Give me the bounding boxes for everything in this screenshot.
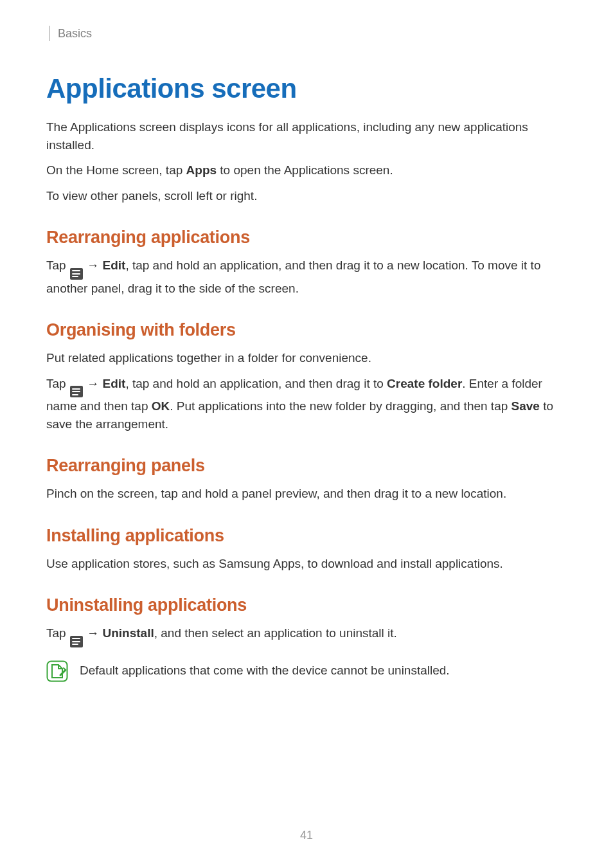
page-title: Applications screen [46,73,567,104]
note-text: Default applications that come with the … [80,659,450,680]
organising-folders-intro: Put related applications together in a f… [46,349,567,367]
save-label: Save [511,399,540,413]
section-heading-organising-folders: Organising with folders [46,320,567,340]
text-fragment: On the Home screen, tap [46,163,186,177]
rearranging-panels-body: Pinch on the screen, tap and hold a pane… [46,485,567,503]
section-heading-uninstalling: Uninstalling applications [46,595,567,615]
arrow-icon: → [84,258,103,272]
section-heading-rearranging-apps: Rearranging applications [46,228,567,248]
edit-label: Edit [102,377,125,390]
document-page: Basics Applications screen The Applicati… [0,0,613,708]
breadcrumb: Basics [44,26,567,41]
arrow-icon: → [84,626,103,640]
breadcrumb-divider [49,26,50,41]
breadcrumb-text: Basics [58,27,92,41]
apps-label: Apps [186,163,217,177]
text-fragment: . Put applications into the new folder b… [170,399,511,413]
note-icon [46,660,68,682]
text-fragment: Tap [46,258,69,272]
intro-paragraph-3: To view other panels, scroll left or rig… [46,187,567,205]
rearranging-apps-body: Tap → Edit, tap and hold an application,… [46,257,567,297]
sections: Rearranging applications Tap → Edit, tap… [46,228,567,682]
text-fragment: to open the Applications screen. [217,163,393,177]
page-number: 41 [0,829,613,842]
ok-label: OK [152,399,170,413]
section-heading-installing: Installing applications [46,526,567,546]
uninstalling-body: Tap → Uninstall, and then select an appl… [46,624,567,647]
menu-icon [70,636,83,647]
uninstall-label: Uninstall [102,626,154,640]
section-heading-rearranging-panels: Rearranging panels [46,456,567,476]
intro-block: The Applications screen displays icons f… [46,118,567,204]
note-block: Default applications that come with the … [46,659,567,682]
text-fragment: , and then select an application to unin… [154,626,397,640]
intro-paragraph-2: On the Home screen, tap Apps to open the… [46,161,567,179]
edit-label: Edit [102,258,125,272]
text-fragment: Tap [46,626,69,640]
organising-folders-body: Tap → Edit, tap and hold an application,… [46,375,567,433]
create-folder-label: Create folder [387,377,462,390]
text-fragment: Tap [46,377,69,390]
menu-icon [70,268,83,280]
installing-body: Use application stores, such as Samsung … [46,555,567,573]
text-fragment: , tap and hold an application, and then … [125,377,387,390]
arrow-icon: → [84,377,103,390]
intro-paragraph-1: The Applications screen displays icons f… [46,118,567,154]
menu-icon [70,386,83,397]
